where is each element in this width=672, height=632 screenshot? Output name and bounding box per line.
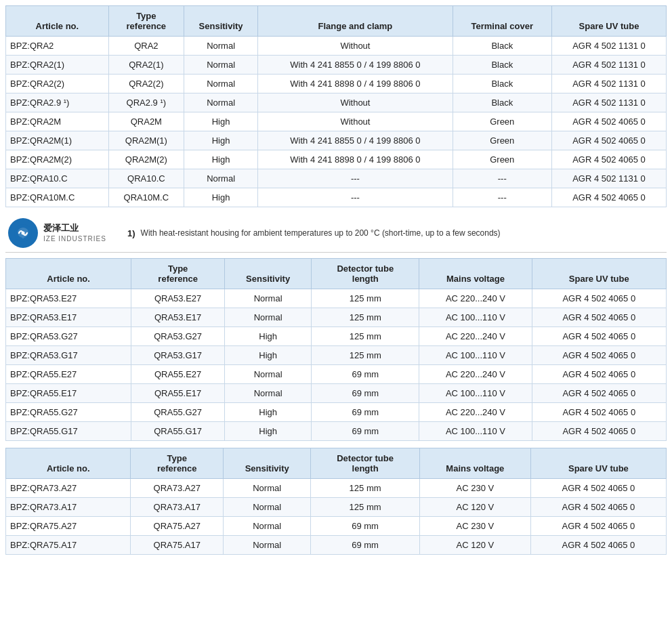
col-header-4: Terminal cover: [453, 6, 551, 37]
table-cell-0-0: BPZ:QRA73.A27: [6, 479, 131, 498]
table-cell-1-5: AGR 4 502 1131 0: [551, 56, 666, 75]
table-cell-0-1: QRA2: [108, 37, 184, 56]
footnote-section: 爱泽工业 IZE INDUSTRIES 1) With heat-resista…: [5, 214, 667, 253]
table-row: BPZ:QRA53.E27QRA53.E27Normal125 mmAC 220…: [6, 289, 667, 308]
table-cell-3-3: Without: [258, 93, 453, 112]
col-header-4: Mains voltage: [419, 259, 532, 289]
table-row: BPZ:QRA53.G27QRA53.G27High125 mmAC 220..…: [6, 327, 667, 346]
table-cell-7-3: 69 mm: [312, 422, 419, 441]
table-cell-4-0: BPZ:QRA2M: [6, 112, 109, 131]
table-cell-3-1: QRA75.A17: [131, 536, 224, 555]
table-cell-2-5: AGR 4 502 4065 0: [532, 327, 666, 346]
col-header-1: Typereference: [131, 448, 224, 479]
table-row: BPZ:QRA55.G27QRA55.G27High69 mmAC 220...…: [6, 403, 667, 422]
table-cell-3-2: Normal: [184, 93, 257, 112]
table-cell-1-1: QRA53.E17: [131, 308, 225, 327]
svg-point-1: [22, 232, 25, 235]
table-cell-3-0: BPZ:QRA75.A17: [6, 536, 131, 555]
table-cell-3-5: AGR 4 502 1131 0: [551, 93, 666, 112]
table-cell-2-2: Normal: [184, 75, 257, 93]
table-cell-7-3: ---: [258, 169, 453, 188]
table-cell-2-1: QRA2(2): [108, 75, 184, 93]
table-row: BPZ:QRA2MQRA2MHighWithoutGreenAGR 4 502 …: [6, 112, 667, 131]
table-cell-7-2: High: [225, 422, 312, 441]
col-header-0: Article no.: [6, 6, 109, 37]
table-cell-2-2: Normal: [224, 517, 311, 536]
table-cell-2-2: High: [225, 327, 312, 346]
table-cell-0-4: AC 220...240 V: [419, 289, 532, 308]
table-cell-3-4: AC 100...110 V: [419, 346, 532, 365]
table-cell-5-3: With 4 241 8855 0 / 4 199 8806 0: [258, 131, 453, 150]
table-cell-7-5: AGR 4 502 4065 0: [532, 422, 666, 441]
table-cell-2-4: AC 220...240 V: [419, 327, 532, 346]
table-cell-5-2: Normal: [225, 384, 312, 403]
table-row: BPZ:QRA55.E17QRA55.E17Normal69 mmAC 100.…: [6, 384, 667, 403]
table-cell-1-0: BPZ:QRA2(1): [6, 56, 109, 75]
table-row: BPZ:QRA2QRA2NormalWithoutBlackAGR 4 502 …: [6, 37, 667, 56]
table-cell-1-4: Black: [453, 56, 551, 75]
table-cell-2-3: 125 mm: [312, 327, 419, 346]
table-cell-4-0: BPZ:QRA55.E27: [6, 365, 131, 384]
table-cell-3-3: 69 mm: [311, 536, 419, 555]
table-cell-0-2: Normal: [225, 289, 312, 308]
table-cell-7-1: QRA55.G17: [131, 422, 225, 441]
table-cell-1-3: 125 mm: [311, 498, 419, 517]
col-header-5: Spare UV tube: [551, 6, 666, 37]
col-header-2: Sensitivity: [184, 6, 257, 37]
table-row: BPZ:QRA55.G17QRA55.G17High69 mmAC 100...…: [6, 422, 667, 441]
table-cell-2-3: With 4 241 8898 0 / 4 199 8806 0: [258, 75, 453, 93]
table-3: Article no.TypereferenceSensitivityDetec…: [5, 448, 667, 555]
table-row: BPZ:QRA73.A27QRA73.A27Normal125 mmAC 230…: [6, 479, 667, 498]
table-cell-6-0: BPZ:QRA55.G27: [6, 403, 131, 422]
table-cell-1-0: BPZ:QRA73.A17: [6, 498, 131, 517]
table-cell-3-4: Black: [453, 93, 551, 112]
table-cell-4-1: QRA55.E27: [131, 365, 225, 384]
table-cell-7-1: QRA10.C: [108, 169, 184, 188]
table-cell-1-3: With 4 241 8855 0 / 4 199 8806 0: [258, 56, 453, 75]
table-row: BPZ:QRA75.A27QRA75.A27Normal69 mmAC 230 …: [6, 517, 667, 536]
table-cell-0-4: Black: [453, 37, 551, 56]
table-cell-6-1: QRA55.G27: [131, 403, 225, 422]
table-row: BPZ:QRA2.9 ¹)QRA2.9 ¹)NormalWithoutBlack…: [6, 93, 667, 112]
table-cell-3-2: High: [225, 346, 312, 365]
table-cell-1-4: AC 100...110 V: [419, 308, 532, 327]
table-cell-3-1: QRA53.G17: [131, 346, 225, 365]
table-cell-1-4: AC 120 V: [419, 498, 530, 517]
table-cell-3-1: QRA2.9 ¹): [108, 93, 184, 112]
footnote-number: 1): [127, 228, 135, 238]
table-cell-0-2: Normal: [224, 479, 311, 498]
col-header-0: Article no.: [6, 259, 131, 289]
logo-area: 爱泽工业 IZE INDUSTRIES: [8, 218, 117, 248]
table-cell-2-1: QRA75.A27: [131, 517, 224, 536]
table-cell-6-4: AC 220...240 V: [419, 403, 532, 422]
col-header-3: Detector tubelength: [311, 448, 419, 479]
table-cell-6-5: AGR 4 502 4065 0: [532, 403, 666, 422]
table-row: BPZ:QRA2(2)QRA2(2)NormalWith 4 241 8898 …: [6, 75, 667, 93]
col-header-1: Typereference: [131, 259, 225, 289]
table-cell-0-5: AGR 4 502 4065 0: [532, 289, 666, 308]
table-cell-2-3: 69 mm: [311, 517, 419, 536]
table-row: BPZ:QRA55.E27QRA55.E27Normal69 mmAC 220.…: [6, 365, 667, 384]
table-cell-8-5: AGR 4 502 4065 0: [551, 188, 666, 207]
table-cell-1-3: 125 mm: [312, 308, 419, 327]
table-cell-5-4: Green: [453, 131, 551, 150]
table-cell-4-2: High: [184, 112, 257, 131]
table-cell-8-3: ---: [258, 188, 453, 207]
table-cell-0-3: 125 mm: [312, 289, 419, 308]
table-cell-2-1: QRA53.G27: [131, 327, 225, 346]
table-cell-2-0: BPZ:QRA75.A27: [6, 517, 131, 536]
table-cell-0-3: 125 mm: [311, 479, 419, 498]
table-cell-1-1: QRA73.A17: [131, 498, 224, 517]
table-cell-8-2: High: [184, 188, 257, 207]
table-cell-5-5: AGR 4 502 4065 0: [532, 384, 666, 403]
table-cell-4-4: AC 220...240 V: [419, 365, 532, 384]
table-cell-1-5: AGR 4 502 4065 0: [530, 498, 666, 517]
table-cell-6-0: BPZ:QRA2M(2): [6, 150, 109, 169]
table-cell-3-2: Normal: [224, 536, 311, 555]
table-cell-5-0: BPZ:QRA55.E17: [6, 384, 131, 403]
table-cell-0-0: BPZ:QRA53.E27: [6, 289, 131, 308]
table-cell-4-3: 69 mm: [312, 365, 419, 384]
table-cell-6-5: AGR 4 502 4065 0: [551, 150, 666, 169]
table-cell-3-0: BPZ:QRA53.G17: [6, 346, 131, 365]
table-row: BPZ:QRA2M(2)QRA2M(2)HighWith 4 241 8898 …: [6, 150, 667, 169]
